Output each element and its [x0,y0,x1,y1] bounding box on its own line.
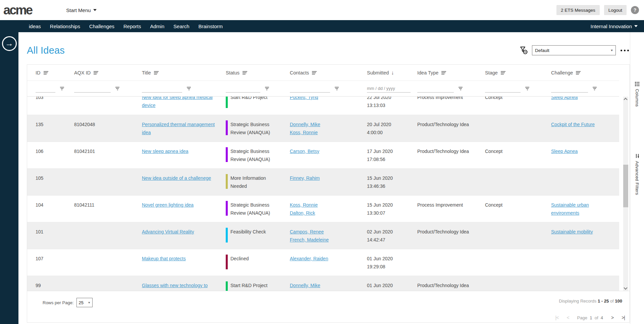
nav-item-search[interactable]: Search [173,23,190,29]
challenge-link[interactable]: Sleep Apnea [551,149,578,154]
idea-title-link[interactable]: Advancing Virtual Reality [142,229,194,234]
idea-title-link[interactable]: New idea for sleep apnea medical device [142,97,213,108]
filter-date-input[interactable] [367,85,411,93]
filter-input-id[interactable] [36,85,55,93]
contact-link[interactable]: Dalton, Rick [290,209,358,217]
vertical-scrollbar[interactable] [623,97,628,291]
table-row: 10681042101New sleep apnea ideaStrategic… [27,142,619,168]
scroll-up-arrow[interactable] [624,98,627,101]
filter-funnel-icon[interactable] [59,86,65,91]
rows-per-page-select[interactable]: 25 ▾ [76,298,93,307]
contact-link[interactable]: Campos, Renee [290,228,358,236]
contact-link[interactable]: French, Madeleine [290,236,358,244]
challenge-link[interactable]: Sustainable mobility [551,229,593,234]
filter-cell-title [142,85,226,93]
nav-item-relationships[interactable]: Relationships [50,23,80,29]
contact-link[interactable]: Puckett, Tyriq [290,97,358,101]
main-content: All Ideas Default ▾ IDAQX IDTitleStatusC… [18,32,630,324]
view-select[interactable]: Default ▾ [532,45,616,55]
logout-button[interactable]: Logout [604,5,627,15]
challenge-link[interactable]: Sustainable urban environments [551,202,589,216]
status-color-bar [226,201,228,216]
next-page-button[interactable]: > [611,315,613,320]
contact-link[interactable]: Donnelly, Mike [290,120,358,128]
submitted-date: 22 Jul 2020 [367,97,408,101]
column-header-stage[interactable]: Stage [485,70,551,75]
advanced-filters-tab[interactable]: Advanced Filters [630,154,644,195]
status-label: Start R&D Project [230,281,267,289]
contact-link[interactable]: Donnelly, Mike [290,281,358,289]
column-menu-icon[interactable] [500,70,506,75]
column-menu-icon[interactable] [242,70,248,75]
filter-cell-aqx_id [74,85,142,93]
idea-title-link[interactable]: Makeup that protects [142,256,186,261]
column-header-submitted[interactable]: Submitted↓ [367,70,417,76]
filter-clear-icon[interactable] [520,46,529,55]
status-color-bar [226,147,228,162]
filter-funnel-icon[interactable] [186,86,192,91]
contact-link[interactable]: Koss, Ronnie [290,201,358,209]
column-menu-icon[interactable] [441,70,447,75]
column-menu-icon[interactable] [575,70,581,75]
filter-input-aqx_id[interactable] [74,85,111,93]
column-label: ID [36,70,41,75]
nav-item-brainstorm[interactable]: Brainstorm [199,23,223,29]
more-options-button[interactable] [621,50,629,51]
first-page-button[interactable]: |< [555,315,559,320]
last-page-button[interactable]: >| [622,315,625,320]
filter-input-challenge[interactable] [551,85,588,93]
filter-funnel-icon[interactable] [334,86,339,91]
filter-funnel-icon[interactable] [592,86,597,91]
column-menu-icon[interactable] [93,70,99,75]
submitted-date: 20 Jul 2020 [367,120,408,128]
columns-tab[interactable]: Columns [630,82,644,107]
column-menu-icon[interactable] [153,70,159,75]
idea-title-link[interactable]: New idea outside of a challenege [142,175,211,181]
idea-title-link[interactable]: New sleep apnea idea [142,149,189,154]
contact-link[interactable]: Finney, Rahim [290,174,358,182]
challenge-link[interactable]: Sleep Apnea [551,97,578,100]
filter-input-contacts[interactable] [290,85,330,93]
idea-title-link[interactable]: Personalized thermal management idea [142,122,215,135]
column-header-idea_type[interactable]: Idea Type [417,70,485,75]
contact-link[interactable]: Koss, Ronnie [290,128,358,137]
ets-messages-button[interactable]: 2 ETS Messages [556,5,600,15]
column-menu-icon[interactable] [43,70,49,75]
filter-input-stage[interactable] [485,85,521,93]
idea-title-link[interactable]: Glasses with new technology to [142,283,208,288]
contact-link[interactable]: Carson, Betsy [290,147,358,155]
nav-item-admin[interactable]: Admin [150,23,165,29]
column-header-title[interactable]: Title [142,70,226,75]
start-menu-button[interactable]: Start Menu [66,7,96,13]
chevron-down-icon [93,9,97,11]
expand-sidebar-button[interactable]: → [2,36,17,51]
column-header-id[interactable]: ID [36,70,74,75]
nav-item-reports[interactable]: Reports [123,23,141,29]
nav-item-challenges[interactable]: Challenges [89,23,114,29]
filter-funnel-icon[interactable] [264,86,270,91]
prev-page-button[interactable]: < [567,315,569,320]
record-total: 100 [615,299,622,304]
scrollbar-thumb[interactable] [623,165,628,207]
filter-cell-stage [485,85,551,93]
idea-title-link[interactable]: Novel green lighting idea [142,202,194,208]
nav-item-ideas[interactable]: ideas [29,23,41,29]
column-header-contacts[interactable]: Contacts [290,70,367,75]
help-button[interactable]: ? [631,6,639,14]
filter-input-title[interactable] [142,85,182,93]
filter-funnel-icon[interactable] [458,86,463,91]
column-header-challenge[interactable]: Challenge [551,70,619,75]
filter-funnel-icon[interactable] [115,86,120,91]
column-header-aqx_id[interactable]: AQX ID [74,70,142,75]
context-switcher[interactable]: Internal Innovation [591,23,638,29]
filter-input-idea_type[interactable] [417,85,454,93]
sort-descending-icon[interactable]: ↓ [391,70,394,76]
scroll-down-arrow[interactable] [624,286,627,289]
filter-cell-id [36,85,74,93]
challenge-link[interactable]: Cockpit of the Future [551,122,595,127]
column-menu-icon[interactable] [311,70,317,75]
filter-input-status[interactable] [226,85,260,93]
column-header-status[interactable]: Status [226,70,290,75]
filter-funnel-icon[interactable] [525,86,530,91]
contact-link[interactable]: Alexander, Raiden [290,255,358,263]
